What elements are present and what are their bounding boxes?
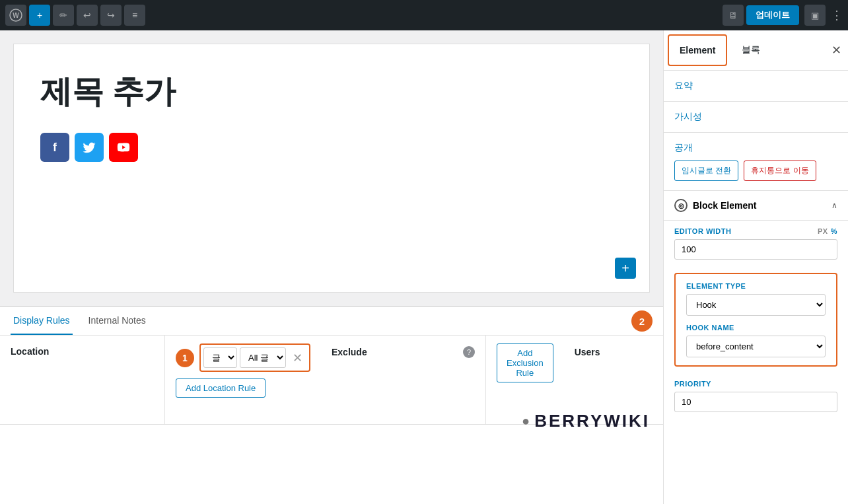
priority-input[interactable]: [674, 392, 837, 412]
summary-section: 요약: [664, 71, 848, 102]
location-remove-button[interactable]: ✕: [289, 349, 306, 367]
add-exclusion-rule-button[interactable]: Add Exclusion Rule: [497, 343, 553, 382]
element-type-select[interactable]: Hook: [686, 294, 826, 316]
location-selects-box: 글 All 글 ✕: [199, 343, 310, 372]
exclude-label-col: Exclude ?: [321, 336, 486, 425]
tab-block[interactable]: 블록: [731, 35, 771, 65]
twitter-icon[interactable]: [75, 133, 104, 162]
editor-title[interactable]: 제목 추가: [40, 71, 623, 113]
exclude-help-icon[interactable]: ?: [463, 346, 475, 358]
wp-icon: W: [9, 9, 22, 22]
social-icons-row: f: [40, 133, 623, 162]
list-view-button[interactable]: ≡: [124, 5, 145, 26]
facebook-icon[interactable]: f: [40, 133, 69, 162]
location-badge: 1: [176, 349, 194, 367]
tab-internal-notes[interactable]: Internal Notes: [86, 307, 149, 335]
location-row: 1 글 All 글 ✕: [176, 343, 310, 372]
location-type-select[interactable]: 글: [203, 347, 237, 368]
element-type-label: ELEMENT TYPE: [686, 282, 826, 290]
edit-button[interactable]: ✏: [53, 5, 74, 26]
block-element-icon: ◎: [674, 199, 688, 212]
main-layout: 제목 추가 f + Display Rules Internal Notes 2: [0, 30, 848, 504]
add-location-rule-button[interactable]: Add Location Rule: [176, 378, 265, 398]
tabs-row: Display Rules Internal Notes 2: [0, 307, 663, 336]
px-unit[interactable]: px: [818, 227, 828, 235]
editor-width-label: Editor width px %: [674, 227, 837, 235]
location-value-select[interactable]: All 글: [240, 347, 286, 368]
trash-button[interactable]: 휴지통으로 이동: [744, 161, 816, 181]
percent-unit[interactable]: %: [831, 227, 837, 235]
tab-badge: 2: [631, 310, 653, 332]
hook-name-select[interactable]: before_content: [686, 336, 826, 357]
location-content-col: 1 글 All 글 ✕ Add Location: [165, 336, 321, 425]
add-block-button[interactable]: +: [29, 5, 50, 26]
exclude-label: Exclude: [332, 347, 367, 357]
editor-width-group: Editor width px %: [664, 221, 848, 266]
tab-display-rules[interactable]: Display Rules: [11, 307, 73, 335]
priority-group: PRIORITY: [664, 373, 848, 419]
visibility-section: 가시성: [664, 102, 848, 133]
location-label: Location: [11, 346, 154, 357]
youtube-icon[interactable]: [109, 133, 138, 162]
redo-button[interactable]: ↪: [100, 5, 122, 26]
more-menu-button[interactable]: ⋮: [831, 8, 843, 22]
collapse-block-element-button[interactable]: ∧: [831, 201, 837, 210]
canvas-area: 제목 추가 f + Display Rules Internal Notes 2: [0, 30, 663, 504]
add-block-canvas-button[interactable]: +: [615, 258, 636, 279]
publish-link[interactable]: 공개: [674, 142, 837, 154]
users-label: Users: [575, 347, 600, 357]
bottom-panel: Display Rules Internal Notes 2 Location …: [0, 306, 663, 504]
editor-width-input[interactable]: [674, 239, 837, 260]
hook-name-label: HOOK NAME: [686, 324, 826, 332]
undo-button[interactable]: ↩: [77, 5, 98, 26]
svg-text:W: W: [13, 12, 19, 19]
element-type-box: ELEMENT TYPE Hook HOOK NAME before_conte…: [674, 273, 837, 367]
location-label-col: Location: [0, 336, 165, 425]
right-sidebar: Element 블록 ✕ 요약 가시성 공개 임시글로 전환 휴지통으로 이동 …: [663, 30, 848, 504]
block-element-title: ◎ Block Element: [674, 199, 756, 212]
sidebar-close-button[interactable]: ✕: [831, 43, 841, 57]
draft-button[interactable]: 임시글로 전환: [674, 161, 738, 181]
layout-button[interactable]: ▣: [804, 5, 826, 26]
tab-element[interactable]: Element: [668, 34, 727, 66]
visibility-link[interactable]: 가시성: [674, 111, 837, 123]
toolbar: W + ✏ ↩ ↪ ≡ 🖥 업데이트 ▣ ⋮: [0, 0, 848, 30]
priority-label: PRIORITY: [674, 380, 837, 388]
publish-section: 공개 임시글로 전환 휴지통으로 이동: [664, 133, 848, 191]
summary-link[interactable]: 요약: [674, 80, 837, 92]
wp-logo[interactable]: W: [5, 5, 26, 26]
location-section-row: Location 1 글 All 글: [0, 336, 321, 425]
berrywiki-logo: ●BERRYWIKI: [522, 411, 650, 431]
update-button[interactable]: 업데이트: [746, 5, 799, 25]
action-buttons-row: 임시글로 전환 휴지통으로 이동: [674, 161, 837, 181]
editor-content: 제목 추가 f +: [13, 44, 650, 293]
monitor-icon[interactable]: 🖥: [723, 5, 744, 26]
sidebar-tabs: Element 블록 ✕: [664, 30, 848, 71]
block-element-header: ◎ Block Element ∧: [664, 191, 848, 221]
